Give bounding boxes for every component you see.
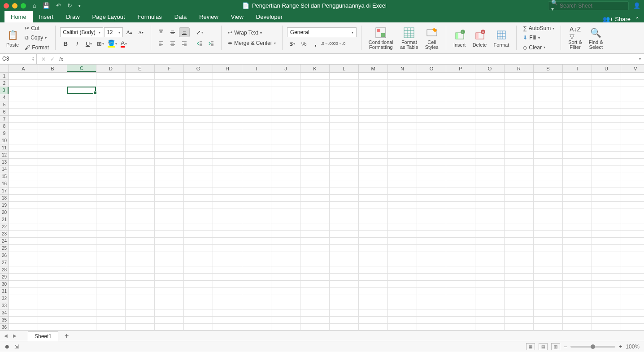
cell[interactable] (67, 166, 96, 173)
cell[interactable] (446, 259, 475, 266)
cell[interactable] (9, 281, 38, 288)
cell[interactable] (126, 252, 155, 259)
cell[interactable] (184, 109, 213, 116)
cell[interactable] (330, 87, 359, 94)
cell[interactable] (621, 130, 644, 137)
cell[interactable] (184, 231, 213, 238)
cell[interactable] (213, 73, 242, 80)
font-name-select[interactable]: Calibri (Body)▾ (60, 27, 103, 37)
column-header[interactable]: J (271, 65, 300, 72)
cell[interactable] (621, 288, 644, 295)
cell[interactable] (213, 109, 242, 116)
zoom-out-button[interactable]: − (564, 344, 567, 350)
cell[interactable] (96, 302, 126, 309)
cell[interactable] (184, 195, 213, 202)
name-box[interactable]: C3 ▴▾ (0, 54, 37, 64)
cell[interactable] (621, 116, 644, 123)
cell[interactable] (534, 324, 563, 330)
row-header[interactable]: 32 (0, 295, 9, 302)
cell[interactable] (242, 281, 271, 288)
cell[interactable] (9, 238, 38, 245)
cell[interactable] (155, 187, 184, 195)
zoom-in-button[interactable]: + (619, 344, 622, 350)
cell[interactable] (446, 266, 475, 274)
cell[interactable] (534, 266, 563, 274)
cell[interactable] (359, 87, 388, 94)
cell[interactable] (330, 109, 359, 116)
cell[interactable] (359, 116, 388, 123)
cell[interactable] (330, 281, 359, 288)
row-header[interactable]: 2 (0, 80, 9, 87)
column-header[interactable]: G (184, 65, 213, 72)
cell[interactable] (534, 216, 563, 223)
cell[interactable] (330, 152, 359, 159)
cell[interactable] (475, 130, 505, 137)
cell[interactable] (155, 87, 184, 94)
cell[interactable] (9, 116, 38, 123)
cell[interactable] (126, 123, 155, 130)
row-header[interactable]: 36 (0, 324, 9, 330)
cell[interactable] (213, 101, 242, 109)
cell[interactable] (38, 109, 67, 116)
cell[interactable] (621, 245, 644, 252)
cell[interactable] (446, 216, 475, 223)
cell[interactable] (67, 238, 96, 245)
cell[interactable] (126, 223, 155, 231)
cell[interactable] (271, 288, 300, 295)
cell[interactable] (9, 144, 38, 152)
cell[interactable] (388, 324, 417, 330)
cell[interactable] (475, 144, 505, 152)
cell[interactable] (96, 94, 126, 101)
cell[interactable] (359, 137, 388, 144)
cell[interactable] (475, 288, 505, 295)
cell[interactable] (96, 195, 126, 202)
cell[interactable] (155, 202, 184, 209)
cell[interactable] (155, 259, 184, 266)
cell[interactable] (330, 288, 359, 295)
cell[interactable] (300, 80, 330, 87)
cell[interactable] (155, 130, 184, 137)
cell[interactable] (417, 73, 446, 80)
cell[interactable] (446, 137, 475, 144)
cell[interactable] (330, 216, 359, 223)
tab-draw[interactable]: Draw (60, 11, 86, 22)
cell[interactable] (67, 109, 96, 116)
cell[interactable] (38, 288, 67, 295)
column-header[interactable]: R (505, 65, 534, 72)
cell[interactable] (563, 73, 592, 80)
cell[interactable] (9, 245, 38, 252)
cell[interactable] (96, 180, 126, 187)
cell[interactable] (184, 123, 213, 130)
cell[interactable] (96, 245, 126, 252)
increase-decimal-button[interactable]: .0→.00 (322, 39, 333, 48)
orientation-button[interactable]: ⤢▾ (194, 27, 205, 37)
cell[interactable] (271, 245, 300, 252)
cell[interactable] (38, 252, 67, 259)
cell[interactable] (592, 195, 621, 202)
cell[interactable] (213, 324, 242, 330)
cell[interactable] (505, 130, 534, 137)
cell[interactable] (184, 180, 213, 187)
cell[interactable] (271, 144, 300, 152)
percent-button[interactable]: % (299, 39, 309, 48)
column-header[interactable]: N (388, 65, 417, 72)
cell[interactable] (475, 109, 505, 116)
cell[interactable] (621, 324, 644, 330)
cell[interactable] (96, 109, 126, 116)
cell[interactable] (534, 288, 563, 295)
cell[interactable] (300, 109, 330, 116)
cell[interactable] (213, 116, 242, 123)
cell[interactable] (155, 245, 184, 252)
cell[interactable] (126, 173, 155, 180)
cell[interactable] (96, 216, 126, 223)
tab-data[interactable]: Data (168, 11, 193, 22)
cell[interactable] (184, 238, 213, 245)
cell[interactable] (592, 144, 621, 152)
cell-styles-button[interactable]: Cell Styles (422, 25, 441, 52)
cell[interactable] (621, 80, 644, 87)
align-top-button[interactable] (156, 27, 166, 37)
cell[interactable] (67, 223, 96, 231)
tab-review[interactable]: Review (193, 11, 225, 22)
row-header[interactable]: 18 (0, 195, 9, 202)
cell[interactable] (505, 259, 534, 266)
